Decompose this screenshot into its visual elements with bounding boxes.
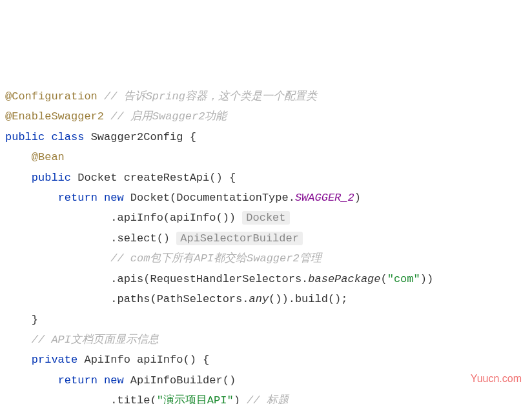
comment: // 启用Swagger2功能 bbox=[110, 110, 227, 123]
close-paren: ) bbox=[234, 394, 240, 404]
code-line: @Configuration // 告诉Spring容器，这个类是一个配置类 bbox=[5, 86, 527, 106]
enum-constant: SWAGGER_2 bbox=[295, 192, 354, 204]
keyword-public: public bbox=[32, 172, 71, 184]
code-line: @Bean bbox=[5, 147, 527, 167]
code-line: public Docket createRestApi() { bbox=[5, 168, 527, 188]
code-line: .select() ApiSelectorBuilder bbox=[5, 228, 527, 248]
comment: // 标题 bbox=[247, 394, 289, 404]
method-name: createRestApi bbox=[124, 172, 210, 184]
code-line: .apiInfo(apiInfo()) Docket bbox=[5, 208, 527, 228]
annotation: @Configuration bbox=[5, 90, 97, 103]
class-name: Swagger2Config bbox=[91, 131, 183, 143]
code-line: .apis(RequestHandlerSelectors.basePackag… bbox=[5, 269, 527, 289]
return-type: Docket bbox=[77, 172, 117, 184]
close: ()).build(); bbox=[269, 293, 347, 305]
code-line: .title("演示项目API") // 标题 bbox=[5, 390, 527, 404]
method-chain: .apiInfo(apiInfo()) bbox=[110, 212, 236, 224]
code-line: private ApiInfo apiInfo() { bbox=[5, 350, 527, 370]
parens: () { bbox=[209, 172, 236, 184]
keyword-new: new bbox=[104, 192, 124, 204]
type-hint: ApiSelectorBuilder bbox=[176, 232, 303, 245]
keyword-return: return bbox=[58, 374, 97, 387]
code-line: public class Swagger2Config { bbox=[5, 127, 527, 147]
code-line: // API文档页面显示信息 bbox=[5, 330, 527, 350]
keyword-return: return bbox=[58, 192, 97, 204]
method-chain: .title( bbox=[110, 394, 156, 404]
comment: // 告诉Spring容器，这个类是一个配置类 bbox=[104, 90, 317, 103]
close-paren: ) bbox=[354, 192, 361, 204]
static-method: basePackage bbox=[308, 273, 380, 285]
comment: // API文档页面显示信息 bbox=[32, 334, 159, 346]
method-chain: .paths(PathSelectors. bbox=[110, 293, 249, 305]
paren: ( bbox=[381, 273, 387, 285]
type-hint: Docket bbox=[242, 211, 289, 225]
code-line: .paths(PathSelectors.any()).build(); bbox=[5, 289, 527, 309]
return-type: ApiInfo bbox=[84, 354, 130, 366]
annotation: @Bean bbox=[32, 151, 65, 163]
code-line: @EnableSwagger2 // 启用Swagger2功能 bbox=[5, 106, 527, 126]
keyword-class: class bbox=[51, 131, 84, 143]
brace: } bbox=[32, 314, 38, 326]
watermark: Yuucn.com bbox=[471, 369, 522, 389]
string-literal: "演示项目API" bbox=[157, 394, 234, 404]
constructor: Docket(DocumentationType. bbox=[130, 192, 295, 204]
close-paren: )) bbox=[420, 273, 433, 285]
code-line: return new Docket(DocumentationType.SWAG… bbox=[5, 188, 527, 208]
annotation: @EnableSwagger2 bbox=[5, 110, 104, 123]
parens: () { bbox=[183, 354, 209, 366]
keyword-public: public bbox=[5, 131, 45, 143]
method-name: apiInfo bbox=[137, 354, 183, 366]
code-line: // com包下所有API都交给Swagger2管理 bbox=[5, 248, 527, 268]
method-chain: .select() bbox=[110, 232, 170, 245]
code-line: return new ApiInfoBuilder() bbox=[5, 370, 527, 390]
method-chain: .apis(RequestHandlerSelectors. bbox=[110, 273, 308, 285]
constructor: ApiInfoBuilder() bbox=[130, 374, 236, 387]
comment: // com包下所有API都交给Swagger2管理 bbox=[110, 252, 321, 265]
keyword-new: new bbox=[104, 374, 124, 387]
brace: { bbox=[190, 131, 196, 143]
string-literal: "com" bbox=[387, 273, 420, 285]
keyword-private: private bbox=[32, 354, 77, 366]
code-line: } bbox=[5, 310, 527, 330]
static-method: any bbox=[249, 293, 269, 305]
